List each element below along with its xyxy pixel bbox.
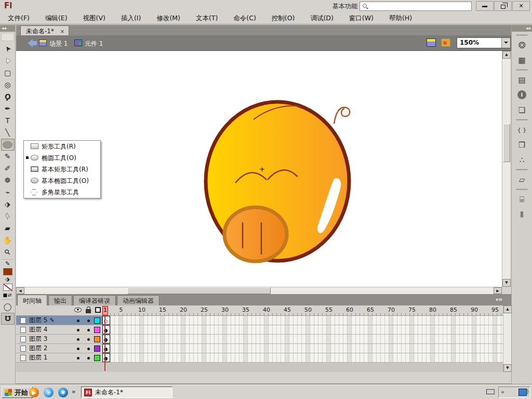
library-panel-icon[interactable] <box>514 192 530 206</box>
color-panel-icon[interactable] <box>514 38 530 51</box>
frame-row[interactable] <box>102 344 503 353</box>
flyout-item-prim-oval[interactable]: 基本椭圆工具(O) <box>24 175 100 187</box>
scroll-left-arrow[interactable] <box>16 287 24 294</box>
breadcrumb-scene[interactable]: 场景 1 <box>49 39 68 48</box>
frame-row[interactable] <box>102 335 503 344</box>
layer-row-4[interactable]: 图层 4 <box>16 325 102 335</box>
keyframe-cell[interactable] <box>102 335 110 343</box>
bucket-tool[interactable] <box>1 198 15 210</box>
layer-visibility-dot[interactable] <box>77 329 79 331</box>
scrollbar-thumb[interactable] <box>503 124 510 162</box>
pen-tool[interactable] <box>1 103 15 115</box>
deco-tool[interactable] <box>1 175 15 187</box>
eraser-tool[interactable] <box>1 222 15 234</box>
menu-item-7[interactable]: 控制(O) <box>264 12 303 24</box>
quick-launch-browser-icon[interactable] <box>44 388 54 397</box>
menu-item-9[interactable]: 窗口(W) <box>341 12 381 24</box>
presets-panel-icon[interactable] <box>514 153 530 166</box>
layer-visibility-dot[interactable] <box>77 338 79 341</box>
lock-layers-icon[interactable] <box>86 309 91 313</box>
timeline-tab-2[interactable]: 编译器错误 <box>73 295 116 305</box>
quick-launch-overflow-chevron[interactable] <box>72 388 75 395</box>
quick-launch-media-player-icon[interactable] <box>29 388 39 397</box>
search-box[interactable] <box>360 2 472 11</box>
layer-outline-color-swatch[interactable] <box>94 336 100 342</box>
black-white-swap-icons[interactable]: ■⇄ <box>0 292 15 298</box>
components-panel-icon[interactable] <box>514 138 530 151</box>
restore-button[interactable] <box>494 1 512 11</box>
collapse-panels-button[interactable] <box>512 25 532 32</box>
layer-outline-color-swatch[interactable] <box>94 345 100 352</box>
stroke-color-swatch[interactable] <box>3 268 12 275</box>
subselection-tool[interactable] <box>1 55 15 67</box>
layer-visibility-dot[interactable] <box>77 357 79 360</box>
line-tool[interactable] <box>1 127 15 139</box>
search-input[interactable] <box>369 2 468 10</box>
outline-layers-icon[interactable] <box>95 307 101 313</box>
back-arrow-icon[interactable] <box>23 39 33 47</box>
layer-outline-color-swatch[interactable] <box>94 327 100 333</box>
canvas-vertical-scrollbar[interactable] <box>502 51 510 287</box>
project-panel-icon[interactable] <box>514 172 530 186</box>
quick-launch-messenger-icon[interactable] <box>58 388 68 397</box>
breadcrumb-symbol[interactable]: 元件 1 <box>85 39 103 48</box>
playhead-frame-number[interactable]: 1 <box>102 306 108 315</box>
menu-item-1[interactable]: 编辑(E) <box>37 12 75 24</box>
frames-area[interactable]: 1 5101520253035404550556065707580859095 <box>102 305 503 372</box>
collapse-tools-button[interactable] <box>0 25 15 32</box>
layer-outline-color-swatch[interactable] <box>94 317 100 324</box>
flyout-item-prim-rect[interactable]: 基本矩形工具(R) <box>24 164 100 175</box>
keyframe-cell[interactable] <box>102 316 110 325</box>
layer-lock-dot[interactable] <box>87 329 90 331</box>
document-tab[interactable]: 未命名-1* × <box>20 25 69 35</box>
frame-row[interactable] <box>102 316 503 325</box>
lasso-tool[interactable] <box>1 91 15 103</box>
menu-item-4[interactable]: 修改(M) <box>149 12 188 24</box>
hand-tool[interactable] <box>1 234 15 246</box>
timeline-vertical-scrollbar[interactable] <box>503 305 511 372</box>
menu-item-3[interactable]: 插入(I) <box>113 12 149 24</box>
panel-menu-icon[interactable] <box>496 297 506 303</box>
info-panel-icon[interactable] <box>514 88 530 101</box>
timeline-tab-1[interactable]: 输出 <box>48 295 72 305</box>
minimize-button[interactable] <box>476 1 494 11</box>
layer-lock-dot[interactable] <box>87 357 90 360</box>
scroll-right-arrow[interactable] <box>494 287 502 294</box>
pencil-tool[interactable] <box>1 151 15 163</box>
transform-panel-icon[interactable] <box>514 103 530 116</box>
flyout-item-rect[interactable]: 矩形工具(R) <box>24 141 100 152</box>
menu-item-0[interactable]: 文件(F) <box>0 12 37 24</box>
document-close-icon[interactable]: × <box>60 29 64 34</box>
layer-row-5[interactable]: 图层 5✎ <box>16 316 102 325</box>
layer-visibility-dot[interactable] <box>77 348 79 350</box>
bone-tool[interactable] <box>1 187 15 198</box>
zoom-dropdown-button[interactable] <box>501 38 510 48</box>
scroll-down-arrow[interactable] <box>502 279 511 287</box>
layer-lock-dot[interactable] <box>87 338 90 341</box>
edit-scene-menu-icon[interactable] <box>427 38 436 47</box>
code-panel-icon[interactable] <box>514 123 530 136</box>
tray-collapse-chevron[interactable] <box>501 389 504 395</box>
layer-lock-dot[interactable] <box>87 320 90 322</box>
snap-to-objects-toggle[interactable] <box>1 313 15 325</box>
selection-tool[interactable] <box>1 43 15 55</box>
object-drawing-toggle[interactable] <box>1 301 15 313</box>
brush-tool[interactable] <box>1 163 15 175</box>
layer-row-3[interactable]: 图层 3 <box>16 335 102 344</box>
keyframe-cell[interactable] <box>102 344 110 353</box>
show-hide-layers-icon[interactable] <box>74 308 82 312</box>
fill-color-swatch-none[interactable] <box>3 284 12 291</box>
keyframe-cell[interactable] <box>102 325 110 334</box>
zoom-combo-box[interactable]: 150% <box>457 37 511 48</box>
layer-outline-color-swatch[interactable] <box>94 355 100 361</box>
menu-item-2[interactable]: 视图(V) <box>75 12 113 24</box>
timeline-tab-3[interactable]: 动画编辑器 <box>117 295 159 305</box>
input-method-keyboard-icon[interactable] <box>486 389 495 394</box>
eyedropper-tool[interactable] <box>1 210 15 222</box>
scrollbar-thumb[interactable] <box>127 287 271 294</box>
layer-row-2[interactable]: 图层 2 <box>16 344 102 353</box>
scroll-up-arrow[interactable] <box>502 51 511 59</box>
layer-lock-dot[interactable] <box>87 348 90 350</box>
menu-item-10[interactable]: 帮助(H) <box>381 12 420 24</box>
freetransform-tool[interactable] <box>1 67 15 79</box>
